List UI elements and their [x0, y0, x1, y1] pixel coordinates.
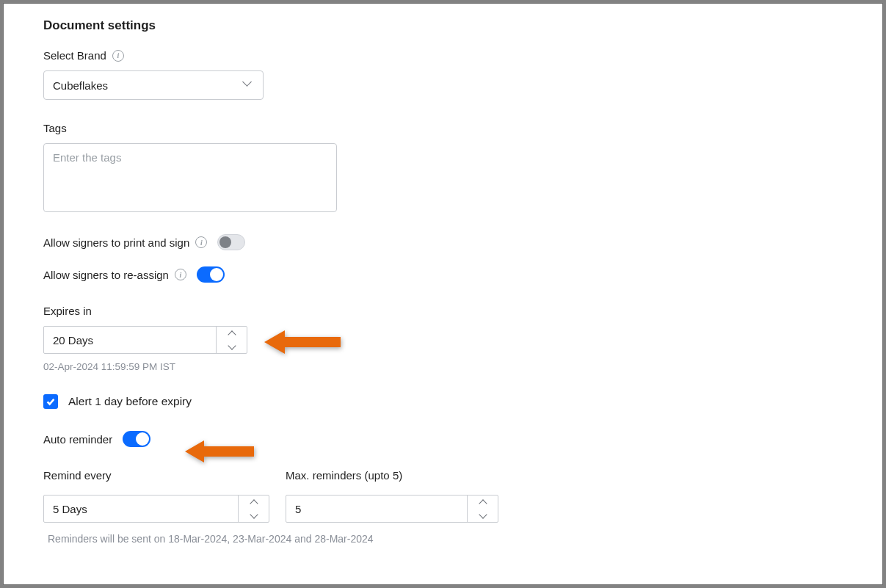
remind-every-decrement[interactable] — [239, 509, 269, 522]
auto-reminder-text: Auto reminder — [43, 433, 112, 446]
expires-value: 20 Days — [44, 327, 216, 353]
expires-spinner[interactable]: 20 Days — [43, 326, 247, 354]
info-icon[interactable]: i — [195, 236, 207, 248]
tags-input[interactable]: Enter the tags — [43, 143, 337, 212]
remind-every-spinner[interactable]: 5 Days — [43, 495, 269, 523]
reassign-text: Allow signers to re-assign — [43, 269, 169, 281]
brand-select-value: Cubeflakes — [53, 79, 108, 92]
chevron-down-icon — [244, 80, 254, 90]
reassign-label: Allow signers to re-assign i — [43, 269, 186, 281]
alert-label: Alert 1 day before expiry — [68, 395, 192, 408]
max-reminders-spinner[interactable]: 5 — [286, 495, 498, 523]
tags-label-text: Tags — [43, 122, 67, 134]
brand-select[interactable]: Cubeflakes — [43, 70, 264, 100]
max-reminders-increment[interactable] — [468, 496, 498, 509]
section-title: Document settings — [43, 18, 882, 33]
info-icon[interactable]: i — [175, 269, 186, 280]
remind-every-label: Remind every — [43, 469, 269, 482]
print-sign-label: Allow signers to print and sign i — [43, 236, 207, 249]
info-icon[interactable]: i — [112, 50, 124, 62]
expires-label-text: Expires in — [43, 305, 92, 317]
print-sign-text: Allow signers to print and sign — [43, 236, 189, 249]
tags-label: Tags — [43, 122, 882, 134]
remind-every-increment[interactable] — [239, 496, 269, 509]
max-reminders-value: 5 — [286, 496, 467, 522]
alert-checkbox[interactable] — [43, 394, 58, 409]
auto-reminder-toggle[interactable] — [123, 431, 150, 447]
remind-every-text: Remind every — [43, 469, 112, 482]
tags-placeholder: Enter the tags — [53, 151, 121, 164]
max-reminders-decrement[interactable] — [468, 509, 498, 522]
max-reminders-label: Max. reminders (upto 5) — [286, 469, 498, 482]
remind-every-value: 5 Days — [44, 496, 238, 522]
print-sign-toggle[interactable] — [217, 234, 245, 250]
expires-hint: 02-Apr-2024 11:59:59 PM IST — [43, 361, 882, 372]
brand-label: Select Brand i — [43, 49, 882, 62]
auto-reminder-label: Auto reminder — [43, 433, 112, 446]
expires-increment[interactable] — [217, 327, 247, 340]
reassign-toggle[interactable] — [197, 266, 225, 283]
brand-label-text: Select Brand — [43, 49, 106, 62]
reminders-hint: Reminders will be sent on 18-Mar-2024, 2… — [43, 533, 882, 545]
expires-label: Expires in — [43, 305, 882, 317]
expires-decrement[interactable] — [217, 340, 247, 353]
max-reminders-text: Max. reminders (upto 5) — [286, 469, 402, 482]
